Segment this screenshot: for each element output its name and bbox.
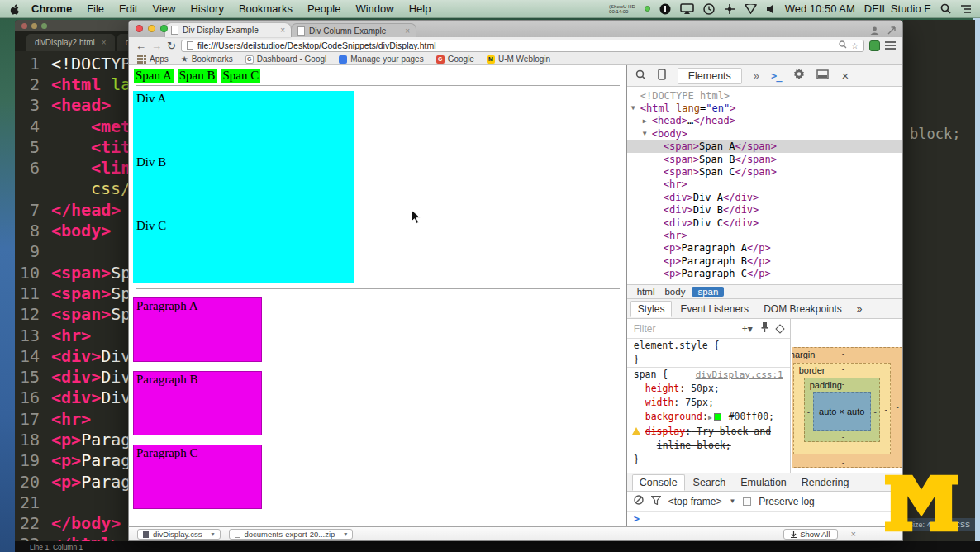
new-style-rule-icon[interactable]: +▾ xyxy=(742,323,753,335)
menubar-user[interactable]: DEIL Studio E xyxy=(864,2,931,15)
box-model[interactable]: margin - - - border - - - padding xyxy=(792,344,902,476)
notification-center-icon[interactable] xyxy=(960,4,972,14)
forward-button[interactable]: → xyxy=(151,40,162,51)
menu-view[interactable]: View xyxy=(152,2,175,15)
bookmark-google[interactable]: GGoogle xyxy=(436,55,474,64)
download-item[interactable]: documents-export-20...zip▾ xyxy=(229,529,354,540)
bookmark-star[interactable]: ★Bookmarks xyxy=(181,55,233,64)
menu-window[interactable]: Window xyxy=(355,2,393,15)
bookmark-apps[interactable]: Apps xyxy=(137,55,169,64)
color-swatch[interactable] xyxy=(714,413,721,421)
recorder-menu-icon[interactable] xyxy=(659,3,671,15)
console-tab-rendering[interactable]: Rendering xyxy=(795,475,856,490)
chrome-menu-icon[interactable] xyxy=(885,41,896,50)
swatch-expander-icon[interactable]: ▶ xyxy=(708,414,712,421)
clear-console-icon[interactable] xyxy=(634,495,644,507)
dom-node[interactable]: <div>Div C</div> xyxy=(627,217,902,229)
dom-node[interactable]: <div>Div A</div> xyxy=(627,191,902,203)
box-model-border[interactable]: border - - - padding - - - - xyxy=(793,363,891,454)
expander-down-icon[interactable]: ▼ xyxy=(631,104,635,112)
dom-tree[interactable]: <!DOCTYPE html>▼<html lang="en">▶<head>…… xyxy=(627,87,902,285)
breadcrumb-body[interactable]: body xyxy=(661,287,688,297)
style-property[interactable]: background:▶ #00ff00; xyxy=(627,410,790,425)
editor-tab-close-icon[interactable]: × xyxy=(102,38,107,47)
console-tab-console[interactable]: Console xyxy=(632,474,685,491)
extension-icon[interactable] xyxy=(869,40,880,51)
breadcrumb-html[interactable]: html xyxy=(634,287,659,297)
dom-node[interactable]: ▼<body> xyxy=(627,127,902,140)
filter-input[interactable]: Filter xyxy=(634,323,734,335)
editor-close-icon[interactable] xyxy=(21,23,27,29)
element-state-icon[interactable] xyxy=(777,323,783,335)
preserve-log-checkbox[interactable] xyxy=(743,497,751,506)
tab-close-icon[interactable]: × xyxy=(280,26,285,35)
dom-node[interactable]: <div>Div B</div> xyxy=(627,204,902,217)
rule-source-link[interactable]: divDisplay.css:1 xyxy=(696,369,783,381)
styles-tab-dom-breakpoints[interactable]: DOM Breakpoints xyxy=(757,302,849,316)
window-zoom-button[interactable] xyxy=(160,25,168,32)
volume-icon[interactable] xyxy=(766,4,776,14)
tab-elements[interactable]: Elements xyxy=(678,68,742,84)
browser-tab-1[interactable]: Div Display Example× xyxy=(165,23,291,37)
expander-right-icon[interactable]: ▶ xyxy=(643,117,647,125)
dom-node[interactable]: <p>Paragraph B</p> xyxy=(627,255,902,267)
menu-history[interactable]: History xyxy=(190,2,223,15)
browser-tab-2[interactable]: Div Column Example× xyxy=(291,23,416,37)
inspect-icon[interactable] xyxy=(635,69,646,83)
menu-chrome[interactable]: Chrome xyxy=(31,2,72,15)
apple-menu-icon[interactable] xyxy=(10,3,20,15)
window-minimize-button[interactable] xyxy=(148,25,155,32)
box-model-padding[interactable]: padding - - - - auto × auto xyxy=(804,378,880,442)
filter-funnel-icon[interactable] xyxy=(651,496,661,507)
bookmark-um[interactable]: MU-M Weblogin xyxy=(487,55,550,64)
bookmark-pages[interactable]: Manage your pages xyxy=(339,55,423,64)
console-tab-search[interactable]: Search xyxy=(687,475,733,490)
address-bar[interactable]: file:///Users/deilstudioe/Desktop/CodeSn… xyxy=(181,40,864,52)
menu-help[interactable]: Help xyxy=(409,2,431,15)
dom-node[interactable]: <hr> xyxy=(627,178,902,191)
bookmark-g[interactable]: GDashboard - Googl xyxy=(245,55,327,64)
airplay-icon[interactable] xyxy=(680,3,694,14)
style-property[interactable]: width: 75px; xyxy=(627,396,790,410)
dom-node[interactable]: <p>Paragraph C</p> xyxy=(627,267,902,279)
tab-close-icon[interactable]: × xyxy=(405,26,410,36)
frame-select[interactable]: <top frame> xyxy=(668,496,722,507)
dom-node[interactable]: ▼<html lang="en"> xyxy=(627,102,902,114)
dom-node[interactable]: <!DOCTYPE html> xyxy=(627,89,902,102)
settings-gear-icon[interactable] xyxy=(793,69,805,83)
menu-bookmarks[interactable]: Bookmarks xyxy=(239,2,293,15)
spotlight-icon[interactable] xyxy=(940,3,951,14)
expander-down-icon[interactable]: ▼ xyxy=(643,130,647,137)
styles-tab-event-listeners[interactable]: Event Listeners xyxy=(673,302,755,316)
universal-access-icon[interactable] xyxy=(724,3,735,15)
dom-node[interactable]: <hr> xyxy=(627,229,902,241)
box-model-margin[interactable]: margin - - - border - - - padding xyxy=(792,347,902,468)
console-prompt[interactable]: > xyxy=(627,512,902,526)
styles-tab-styles[interactable]: Styles xyxy=(630,301,673,317)
download-bar-close-icon[interactable]: × xyxy=(851,529,856,539)
bookmark-star-icon[interactable]: ☆ xyxy=(851,41,859,50)
download-caret-icon[interactable]: ▾ xyxy=(344,531,347,538)
dock-side-icon[interactable] xyxy=(816,69,829,82)
menu-edit[interactable]: Edit xyxy=(119,2,137,15)
dom-node[interactable]: <p>Paragraph A</p> xyxy=(627,242,902,255)
window-close-button[interactable] xyxy=(136,25,143,32)
menubar-clock[interactable]: Wed 10:50 AM xyxy=(785,2,855,15)
menu-people[interactable]: People xyxy=(307,2,340,15)
devtools-close-icon[interactable]: × xyxy=(842,69,849,83)
dom-node[interactable]: <span>Span C</span> xyxy=(627,165,902,178)
back-button[interactable]: ← xyxy=(136,40,146,51)
more-tabs-icon[interactable]: » xyxy=(754,69,759,82)
wifi-icon[interactable] xyxy=(745,4,757,14)
style-rules[interactable]: element.style {}span {divDisplay.css:1he… xyxy=(627,339,790,467)
fullscreen-icon[interactable] xyxy=(887,23,896,38)
styles-tab--[interactable]: » xyxy=(850,302,869,316)
url-text[interactable]: file:///Users/deilstudioe/Desktop/CodeSn… xyxy=(197,40,835,50)
console-toggle-icon[interactable]: >_ xyxy=(771,70,781,82)
editor-tab-divdisplay2[interactable]: divDisplay2.html × xyxy=(26,34,115,51)
editor-minimize-icon[interactable] xyxy=(31,23,37,29)
style-property[interactable]: display: Try block and xyxy=(627,425,790,439)
device-mode-icon[interactable] xyxy=(658,69,666,83)
profile-icon[interactable] xyxy=(870,23,879,38)
dom-node[interactable]: <span>Span B</span> xyxy=(627,153,902,165)
